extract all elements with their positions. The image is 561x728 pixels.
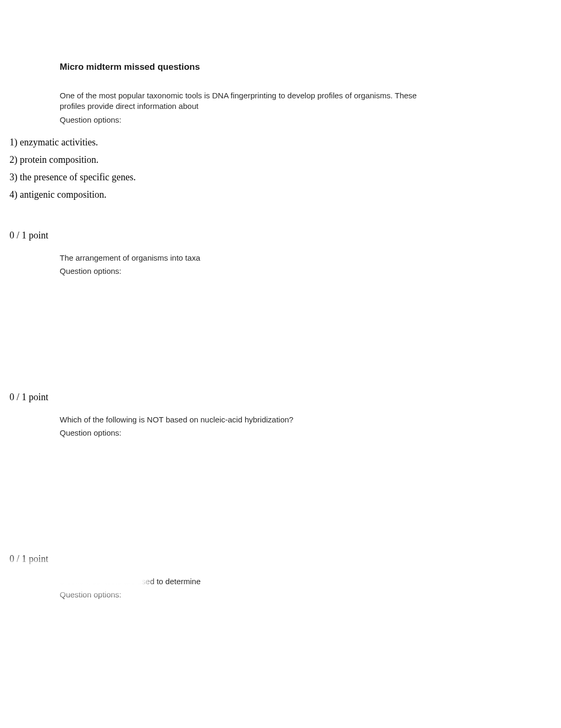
question-block: One of the most popular taxonomic tools … — [0, 72, 561, 204]
score-label: 0 / 1 point — [0, 527, 561, 565]
question-options-label: Question options: — [0, 112, 561, 124]
question-prompt: The arrangement of organisms into taxa — [0, 241, 561, 263]
question-block: 0 / 1 point Biochemical tests are used t… — [0, 527, 561, 662]
answer-option: 2) protein composition. — [10, 151, 561, 169]
answer-option: 4) antigenic composition. — [10, 186, 561, 204]
page-title: Micro midterm missed questions — [0, 0, 561, 72]
question-prompt: Which of the following is NOT based on n… — [0, 403, 561, 425]
answer-option: 1) enzymatic activities. — [10, 134, 561, 151]
hidden-content-spacer — [0, 599, 561, 662]
hidden-content-spacer — [0, 275, 561, 365]
blur-overlay — [3, 569, 143, 585]
bottom-spacer — [0, 662, 561, 728]
question-options-label: Question options: — [0, 587, 561, 599]
question-options-label: Question options: — [0, 263, 561, 275]
document-page: Micro midterm missed questions One of th… — [0, 0, 561, 728]
answer-list: 1) enzymatic activities. 2) protein comp… — [0, 124, 561, 204]
answer-option: 3) the presence of specific genes. — [10, 169, 561, 186]
score-label: 0 / 1 point — [0, 365, 561, 403]
question-prompt: One of the most popular taxonomic tools … — [0, 72, 561, 112]
question-block: 0 / 1 point Which of the following is NO… — [0, 365, 561, 527]
score-label: 0 / 1 point — [0, 204, 561, 241]
question-block: 0 / 1 point The arrangement of organisms… — [0, 204, 561, 365]
hidden-content-spacer — [0, 437, 561, 527]
question-options-label: Question options: — [0, 425, 561, 437]
